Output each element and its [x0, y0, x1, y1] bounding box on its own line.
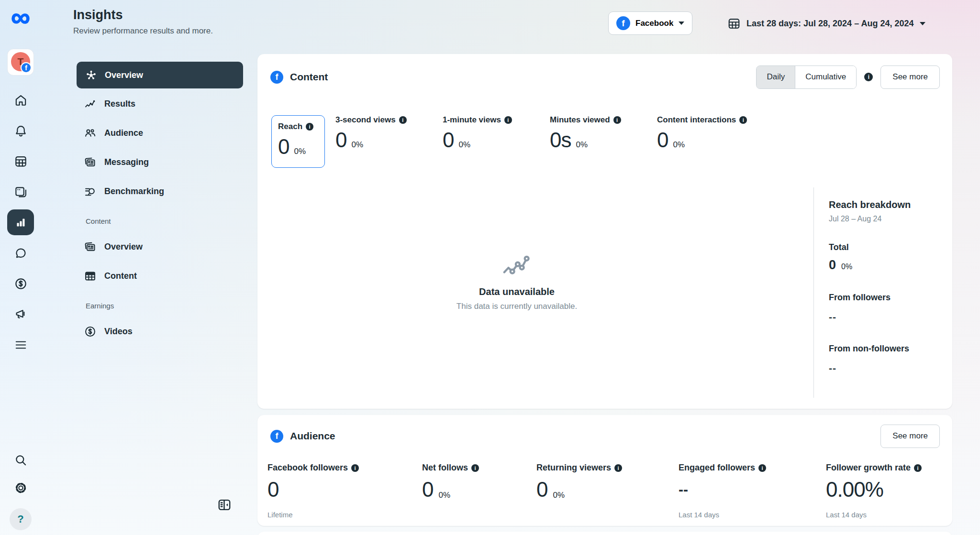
audience-see-more-button[interactable]: See more — [880, 425, 940, 448]
info-icon[interactable]: i — [399, 116, 407, 124]
toggle-cumulative-button[interactable]: Cumulative — [795, 66, 856, 88]
sidebar-item-content-content[interactable]: Content — [77, 266, 243, 285]
daily-cumulative-toggle: Daily Cumulative — [756, 66, 857, 89]
notifications-icon[interactable] — [7, 118, 34, 143]
content-see-more-button[interactable]: See more — [880, 66, 940, 89]
sidebar-item-label: Content — [104, 271, 137, 281]
metric-value: 0 — [267, 479, 278, 500]
metric-label: Net follows — [422, 463, 468, 473]
platform-selector[interactable]: f Facebook — [608, 11, 692, 35]
metric-caption: Lifetime — [267, 511, 359, 519]
audience-card: f Audience See more Facebook followersi … — [257, 415, 952, 526]
sidebar-item-label: Overview — [104, 242, 143, 252]
chart-squiggle-icon — [502, 255, 531, 278]
monetization-icon[interactable] — [7, 271, 34, 296]
info-icon[interactable]: i — [351, 464, 359, 472]
toggle-daily-button[interactable]: Daily — [757, 66, 795, 88]
divider — [813, 187, 814, 398]
info-icon[interactable]: i — [306, 123, 313, 131]
metric-value: 0.00% — [826, 479, 883, 500]
empty-state-title: Data unavailable — [421, 286, 612, 297]
all-tools-icon[interactable] — [7, 332, 34, 358]
metric-engaged-followers[interactable]: Engaged followersi -- Last 14 days — [679, 463, 766, 519]
breakdown-title: Reach breakdown — [829, 199, 947, 210]
metric-value: 0 — [443, 130, 454, 151]
sidebar-item-label: Messaging — [104, 157, 149, 167]
sidebar-section-earnings: Earnings — [77, 302, 243, 310]
metric-delta: 0% — [458, 140, 470, 150]
info-icon[interactable]: i — [614, 464, 622, 472]
metric-caption: Last 14 days — [826, 511, 922, 519]
metric-follower-growth-rate[interactable]: Follower growth ratei 0.00% Last 14 days — [826, 463, 922, 519]
breakdown-row-value: 0 — [829, 259, 836, 272]
info-icon[interactable]: i — [739, 116, 747, 124]
metric-content-interactions[interactable]: Content interactionsi 00% — [657, 115, 764, 151]
metric-delta: 0% — [673, 140, 685, 150]
info-icon[interactable]: i — [471, 464, 479, 472]
insights-sidebar: Overview Results Audience Messaging Benc… — [77, 62, 243, 341]
card-icon — [84, 156, 97, 169]
sidebar-item-label: Overview — [105, 70, 143, 80]
metric-label: Returning viewers — [536, 463, 611, 473]
rail-bottom-group: ? — [0, 447, 41, 530]
date-range-selector[interactable]: Last 28 days: Jul 28, 2024 – Aug 24, 202… — [727, 14, 925, 33]
collapse-sidebar-icon[interactable] — [216, 497, 233, 513]
date-range-label: Last 28 days: Jul 28, 2024 – Aug 24, 202… — [746, 19, 914, 29]
info-icon[interactable]: i — [914, 464, 922, 472]
metric-value: 0 — [278, 136, 289, 157]
metric-net-follows[interactable]: Net followsi 00% — [422, 463, 479, 502]
metric-value: 0 — [536, 479, 547, 500]
business-avatar[interactable]: T f — [7, 49, 34, 76]
content-card: f Content Daily Cumulative i See more Re… — [257, 54, 952, 409]
settings-gear-icon[interactable] — [7, 475, 34, 501]
page-subtitle: Review performance results and more. — [73, 26, 213, 36]
breakdown-row-label: From non-followers — [829, 344, 947, 354]
metric-minutes-viewed[interactable]: Minutes viewedi 0s0% — [550, 115, 657, 151]
metric-returning-viewers[interactable]: Returning viewersi 00% — [536, 463, 622, 502]
breakdown-date-range: Jul 28 – Aug 24 — [829, 215, 947, 223]
sidebar-item-audience[interactable]: Audience — [77, 123, 243, 142]
content-metrics-row: Reachi 00% 3-second viewsi 00% 1-minute … — [271, 115, 764, 168]
metric-value: 0s — [550, 130, 571, 151]
chevron-down-icon — [679, 22, 684, 25]
sidebar-item-videos[interactable]: Videos — [77, 322, 243, 341]
facebook-logo-icon: f — [270, 430, 283, 443]
inbox-icon[interactable] — [7, 240, 34, 266]
info-icon[interactable]: i — [504, 116, 512, 124]
metric-3-second-views[interactable]: 3-second viewsi 00% — [335, 115, 443, 151]
metric-reach[interactable]: Reachi 00% — [271, 115, 325, 168]
metric-label: Content interactions — [657, 115, 736, 125]
sidebar-item-results[interactable]: Results — [77, 94, 243, 113]
card-icon — [84, 240, 97, 253]
home-icon[interactable] — [7, 87, 34, 113]
sidebar-item-overview[interactable]: Overview — [77, 62, 243, 88]
planner-icon[interactable] — [7, 148, 34, 174]
metric-label: 3-second views — [335, 115, 396, 125]
sidebar-item-label: Results — [104, 99, 135, 109]
metric-delta: 0% — [351, 140, 363, 150]
hub-icon — [85, 69, 98, 82]
chevron-down-icon — [920, 22, 925, 25]
metric-value: 0 — [657, 130, 668, 151]
insights-icon[interactable] — [7, 209, 34, 235]
sidebar-item-messaging[interactable]: Messaging — [77, 153, 243, 172]
metric-1-minute-views[interactable]: 1-minute viewsi 00% — [443, 115, 550, 151]
posts-icon[interactable] — [7, 179, 34, 205]
info-icon[interactable]: i — [613, 116, 621, 124]
sidebar-item-label: Benchmarking — [104, 186, 164, 197]
ads-icon[interactable] — [7, 301, 34, 327]
metric-label: Minutes viewed — [550, 115, 610, 125]
help-icon[interactable]: ? — [10, 508, 32, 530]
next-card-peek — [257, 532, 952, 535]
sidebar-item-benchmarking[interactable]: Benchmarking — [77, 182, 243, 201]
search-icon[interactable] — [7, 447, 34, 473]
page-title: Insights — [73, 8, 123, 22]
meta-logo: ∞ — [11, 5, 30, 30]
sidebar-item-content-overview[interactable]: Overview — [77, 237, 243, 256]
info-icon[interactable]: i — [864, 73, 873, 81]
empty-state-message: This data is currently unavailable. — [421, 302, 612, 311]
rail-icon-nav — [7, 87, 34, 358]
metric-facebook-followers[interactable]: Facebook followersi 0 Lifetime — [267, 463, 359, 519]
metric-delta: 0% — [294, 147, 306, 156]
info-icon[interactable]: i — [758, 464, 766, 472]
